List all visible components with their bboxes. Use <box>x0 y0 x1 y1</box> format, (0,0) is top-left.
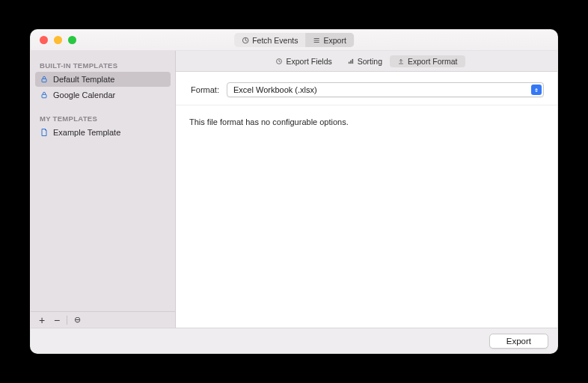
sidebar-item-label: Google Calendar <box>53 91 115 99</box>
sidebar-header-my: MY TEMPLATES <box>31 110 175 124</box>
sidebar-item-example-template[interactable]: Example Template <box>35 125 171 140</box>
upload-icon <box>397 58 405 65</box>
main-panel: Export Fields Sorting Export Format Form… <box>176 51 557 328</box>
toolbar-segmented: Fetch Events Export <box>234 33 354 47</box>
footer-separator <box>67 316 67 325</box>
sidebar-item-default-template[interactable]: Default Template <box>35 72 171 87</box>
add-button[interactable]: + <box>35 313 49 327</box>
fetch-events-button[interactable]: Fetch Events <box>234 33 305 47</box>
sidebar-content: BUILT-IN TEMPLATES Default Template Goog… <box>31 51 175 311</box>
format-label: Format: <box>186 85 219 94</box>
window-footer: Export <box>31 328 557 353</box>
list-icon <box>313 37 320 44</box>
action-button[interactable]: ⊖ <box>70 313 84 327</box>
subtab-group: Export Fields Sorting Export Format <box>268 55 465 67</box>
schedule-icon <box>275 58 283 65</box>
format-select[interactable]: Excel Workbook (.xlsx) <box>227 82 544 97</box>
minimize-icon[interactable] <box>54 36 62 44</box>
zoom-icon[interactable] <box>68 36 76 44</box>
close-icon[interactable] <box>40 36 48 44</box>
export-tab-label: Export <box>323 36 346 45</box>
format-note: This file format has no configurable opt… <box>176 105 557 138</box>
sidebar-footer: + − ⊖ <box>31 311 175 328</box>
svg-rect-4 <box>349 61 350 64</box>
format-row: Format: Excel Workbook (.xlsx) <box>176 72 557 105</box>
tab-export-format[interactable]: Export Format <box>390 55 465 67</box>
clock-icon <box>242 37 249 44</box>
document-icon <box>40 128 49 137</box>
subtab-bar: Export Fields Sorting Export Format <box>176 51 557 72</box>
tab-sorting[interactable]: Sorting <box>340 55 390 67</box>
sidebar-header-builtin: BUILT-IN TEMPLATES <box>31 57 175 71</box>
lock-icon <box>40 91 49 99</box>
tab-export-fields[interactable]: Export Fields <box>268 55 339 67</box>
window-body: BUILT-IN TEMPLATES Default Template Goog… <box>31 51 557 328</box>
app-window: Fetch Events Export BUILT-IN TEMPLATES D… <box>30 29 558 354</box>
bars-icon <box>347 58 355 65</box>
chevron-updown-icon <box>531 85 542 95</box>
svg-rect-5 <box>350 60 352 63</box>
remove-button[interactable]: − <box>50 313 64 327</box>
titlebar: Fetch Events Export <box>31 30 557 51</box>
lock-icon <box>40 75 49 84</box>
sidebar-item-label: Example Template <box>53 128 120 137</box>
export-tab-button[interactable]: Export <box>305 33 353 47</box>
sidebar-item-label: Default Template <box>53 75 114 84</box>
tab-label: Sorting <box>358 57 382 66</box>
sidebar-item-google-calendar[interactable]: Google Calendar <box>35 88 171 102</box>
tab-label: Export Fields <box>286 57 331 66</box>
svg-rect-6 <box>352 58 353 63</box>
tab-label: Export Format <box>408 57 458 66</box>
traffic-lights <box>40 36 76 44</box>
svg-rect-1 <box>42 79 46 82</box>
sidebar: BUILT-IN TEMPLATES Default Template Goog… <box>31 51 176 328</box>
export-button[interactable]: Export <box>489 334 548 349</box>
fetch-events-label: Fetch Events <box>252 36 298 45</box>
svg-rect-2 <box>42 94 46 98</box>
format-value: Excel Workbook (.xlsx) <box>233 85 317 94</box>
